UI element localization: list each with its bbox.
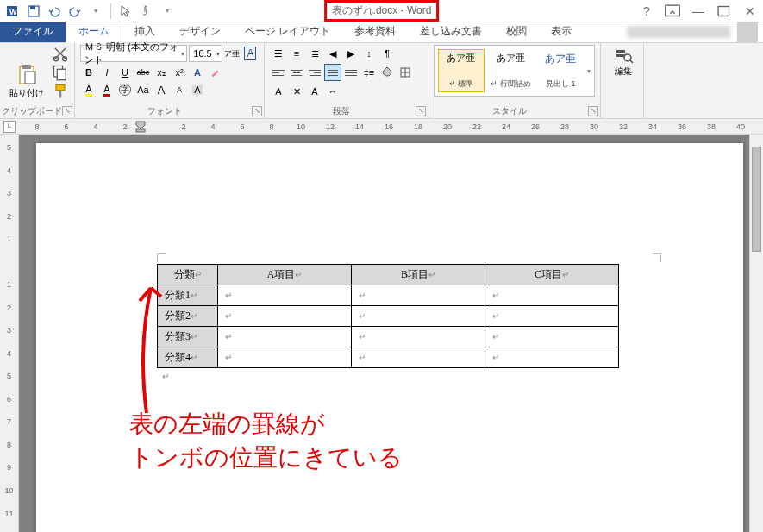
indent-marker-icon[interactable] bbox=[135, 121, 146, 133]
ruler-vertical[interactable]: 543211234567891011 bbox=[0, 135, 19, 532]
tab-insert[interactable]: 挿入 bbox=[122, 21, 167, 42]
svg-rect-8 bbox=[25, 72, 35, 84]
table-header-cell: C項目↵ bbox=[485, 265, 619, 285]
format-painter-icon[interactable] bbox=[52, 83, 69, 100]
window-title: 表のずれ.docx - Word bbox=[324, 0, 440, 22]
styles-launcher-icon[interactable]: ⤡ bbox=[588, 106, 598, 116]
table-header-cell: A項目↵ bbox=[218, 265, 352, 285]
tab-layout[interactable]: ページ レイアウト bbox=[233, 21, 342, 42]
table-row: 分類3↵↵↵↵ bbox=[158, 327, 619, 347]
ribbon: 貼り付け クリップボード ⤡ ＭＳ 明朝 (本文のフォント 10.5 ア亜 A … bbox=[0, 43, 763, 119]
minimize-icon[interactable]: — bbox=[689, 2, 708, 21]
cut-icon[interactable] bbox=[52, 45, 69, 62]
word-app-icon[interactable]: W bbox=[3, 2, 22, 21]
char-scale-icon[interactable]: ↔ bbox=[324, 83, 341, 100]
group-clipboard: 貼り付け クリップボード ⤡ bbox=[0, 43, 75, 118]
tab-file[interactable]: ファイル bbox=[0, 21, 66, 42]
find-button[interactable]: 編集 bbox=[606, 45, 641, 78]
font-color-icon[interactable]: A bbox=[98, 81, 116, 98]
align-center-icon[interactable] bbox=[288, 64, 305, 81]
text-direction1-icon[interactable]: A bbox=[270, 83, 287, 100]
touch-icon[interactable] bbox=[137, 2, 156, 21]
superscript-button[interactable]: x² bbox=[171, 64, 188, 81]
align-left-icon[interactable] bbox=[270, 64, 287, 81]
numbering-icon[interactable]: ≡ bbox=[288, 45, 305, 62]
asian-layout-icon[interactable]: A bbox=[306, 83, 323, 100]
text-effects-icon[interactable]: A bbox=[189, 64, 206, 81]
ribbon-options-icon[interactable] bbox=[663, 2, 682, 21]
clipboard-launcher-icon[interactable]: ⤡ bbox=[62, 106, 72, 116]
italic-button[interactable]: I bbox=[98, 64, 116, 81]
shading-icon[interactable] bbox=[378, 64, 396, 81]
show-marks-icon[interactable]: ¶ bbox=[378, 45, 396, 62]
font-family-combo[interactable]: ＭＳ 明朝 (本文のフォント bbox=[80, 45, 187, 62]
maximize-icon[interactable] bbox=[715, 2, 734, 21]
help-icon[interactable]: ? bbox=[637, 2, 656, 21]
char-shading-icon[interactable]: A bbox=[189, 81, 206, 98]
strike-button[interactable]: abc bbox=[134, 64, 152, 81]
highlight-icon[interactable]: A bbox=[80, 81, 97, 98]
ruby-icon[interactable]: ア亜 bbox=[224, 45, 241, 62]
distribute-icon[interactable] bbox=[342, 64, 360, 81]
change-case-icon[interactable]: Aa bbox=[134, 81, 152, 98]
margin-mark-tl bbox=[157, 253, 166, 262]
style-name: ↵ 標準 bbox=[449, 78, 474, 90]
qat-dropdown2-icon[interactable]: ▾ bbox=[158, 2, 177, 21]
text-direction2-icon[interactable]: ✕ bbox=[288, 83, 305, 100]
tab-design[interactable]: デザイン bbox=[167, 21, 233, 42]
style-nospacing[interactable]: あア亜 ↵ 行間詰め bbox=[488, 49, 535, 92]
subscript-button[interactable]: x₂ bbox=[153, 64, 170, 81]
line-spacing-icon[interactable]: ‡≡ bbox=[360, 64, 378, 81]
tab-view[interactable]: 表示 bbox=[539, 21, 584, 42]
vertical-scrollbar[interactable] bbox=[749, 135, 763, 532]
save-icon[interactable] bbox=[24, 2, 43, 21]
grow-font-icon[interactable]: A bbox=[153, 81, 170, 98]
editing-label: 編集 bbox=[615, 66, 632, 78]
tab-home[interactable]: ホーム bbox=[66, 20, 122, 43]
font-size-combo[interactable]: 10.5 bbox=[189, 45, 222, 62]
qat-dropdown-icon[interactable]: ▾ bbox=[86, 2, 105, 21]
char-border-icon[interactable]: A bbox=[242, 45, 259, 62]
underline-button[interactable]: U bbox=[116, 64, 134, 81]
decrease-indent-icon[interactable]: ◀ bbox=[324, 45, 341, 62]
paragraph-launcher-icon[interactable]: ⤡ bbox=[416, 106, 426, 116]
enclosed-char-icon[interactable]: 字 bbox=[116, 81, 134, 98]
borders-icon[interactable] bbox=[397, 64, 414, 81]
bullets-icon[interactable]: ☰ bbox=[270, 45, 287, 62]
style-preview: あア亜 bbox=[545, 52, 576, 66]
title-bar: W ▾ ▾ 表のずれ.docx - Word ? — ✕ bbox=[0, 0, 763, 22]
svg-rect-5 bbox=[718, 6, 729, 16]
align-justify-icon[interactable] bbox=[324, 64, 341, 81]
window-controls: ? — ✕ bbox=[637, 2, 760, 21]
tab-references[interactable]: 参考資料 bbox=[342, 21, 408, 42]
close-icon[interactable]: ✕ bbox=[741, 2, 760, 21]
svg-rect-7 bbox=[22, 65, 31, 69]
cursor-icon[interactable] bbox=[116, 2, 135, 21]
document-area: 543211234567891011 分類↵ A項目↵ B項目↵ C項目↵ 分類… bbox=[0, 135, 763, 532]
page-canvas[interactable]: 分類↵ A項目↵ B項目↵ C項目↵ 分類1↵↵↵↵ 分類2↵↵↵↵ 分類3↵↵… bbox=[19, 135, 763, 532]
tab-mailings[interactable]: 差し込み文書 bbox=[408, 21, 494, 42]
tab-selector-icon[interactable]: L bbox=[3, 121, 16, 133]
ruler-horizontal[interactable]: L 86422468101214161820222426283032343638… bbox=[0, 119, 763, 135]
group-font: ＭＳ 明朝 (本文のフォント 10.5 ア亜 A B I U abc x₂ x²… bbox=[75, 43, 265, 118]
copy-icon[interactable] bbox=[52, 64, 69, 81]
avatar-icon[interactable] bbox=[737, 22, 758, 42]
style-name: ↵ 行間詰め bbox=[491, 78, 531, 90]
increase-indent-icon[interactable]: ▶ bbox=[342, 45, 360, 62]
style-normal[interactable]: あア亜 ↵ 標準 bbox=[438, 49, 485, 92]
clear-format-icon[interactable] bbox=[207, 64, 224, 81]
paste-label: 貼り付け bbox=[9, 87, 44, 99]
bold-button[interactable]: B bbox=[80, 64, 97, 81]
sort-icon[interactable]: ↕ bbox=[360, 45, 378, 62]
multilevel-icon[interactable]: ≣ bbox=[306, 45, 323, 62]
redo-icon[interactable] bbox=[66, 2, 84, 21]
svg-text:W: W bbox=[9, 8, 17, 16]
shrink-font-icon[interactable]: A bbox=[171, 81, 188, 98]
document-table[interactable]: 分類↵ A項目↵ B項目↵ C項目↵ 分類1↵↵↵↵ 分類2↵↵↵↵ 分類3↵↵… bbox=[157, 264, 619, 368]
tab-review[interactable]: 校閲 bbox=[494, 21, 539, 42]
align-right-icon[interactable] bbox=[306, 64, 323, 81]
font-launcher-icon[interactable]: ⤡ bbox=[252, 106, 262, 116]
undo-icon[interactable] bbox=[45, 2, 64, 21]
style-heading1[interactable]: あア亜 見出し 1 bbox=[537, 49, 584, 92]
style-gallery-more-icon[interactable]: ▾ bbox=[587, 49, 591, 92]
